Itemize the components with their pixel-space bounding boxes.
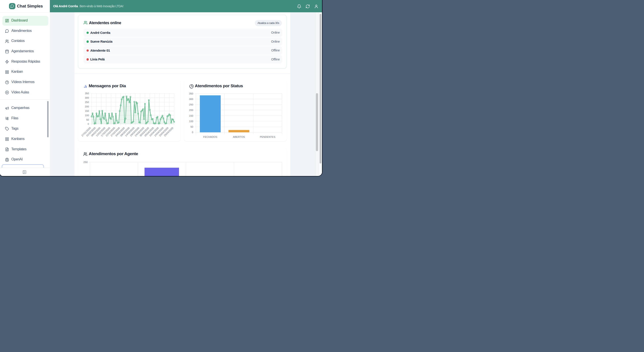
svg-text:250: 250 bbox=[85, 101, 89, 104]
svg-text:300: 300 bbox=[85, 97, 89, 99]
svg-text:350: 350 bbox=[85, 92, 89, 95]
svg-text:250: 250 bbox=[84, 161, 88, 163]
svg-text:300: 300 bbox=[189, 98, 193, 100]
svg-text:200: 200 bbox=[85, 105, 89, 108]
svg-text:50: 50 bbox=[190, 125, 193, 128]
svg-text:PENDENTES: PENDENTES bbox=[260, 135, 276, 138]
svg-text:100: 100 bbox=[85, 114, 89, 116]
svg-text:250: 250 bbox=[189, 103, 193, 106]
svg-text:150: 150 bbox=[189, 114, 193, 117]
svg-text:100: 100 bbox=[189, 120, 193, 122]
svg-text:FECHADOS: FECHADOS bbox=[203, 135, 217, 138]
svg-text:350: 350 bbox=[189, 92, 193, 95]
svg-text:0: 0 bbox=[192, 131, 193, 134]
svg-text:0: 0 bbox=[88, 123, 89, 125]
svg-text:200: 200 bbox=[189, 109, 193, 111]
svg-text:ABERTOS: ABERTOS bbox=[233, 135, 245, 138]
svg-text:50: 50 bbox=[86, 118, 89, 121]
svg-text:150: 150 bbox=[85, 109, 89, 112]
